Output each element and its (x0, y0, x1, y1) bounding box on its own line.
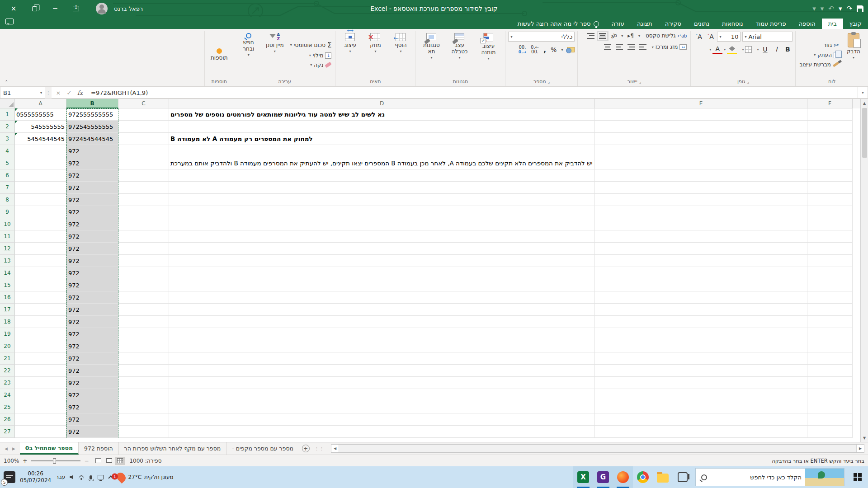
new-sheet-button[interactable]: + (299, 442, 312, 455)
row-header-11[interactable]: 11 (0, 230, 15, 243)
format-as-table-dropdown[interactable]: ▾ (458, 56, 460, 60)
cell-D15[interactable] (169, 279, 595, 291)
column-header-D[interactable]: D (169, 99, 595, 108)
cell-D8[interactable] (169, 194, 595, 206)
cell-B22[interactable]: 972 (66, 365, 118, 377)
cell-D5[interactable]: יש להדביק את המספרים הלא תקינים שלכם בעמ… (169, 157, 595, 169)
cell-A20[interactable] (15, 340, 66, 352)
cell-E17[interactable] (595, 304, 807, 316)
fill-button[interactable]: ↓ מילוי ▾ (289, 52, 333, 60)
cell-B6[interactable]: 972 (66, 169, 118, 182)
row-header-14[interactable]: 14 (0, 267, 15, 279)
cell-D22[interactable] (169, 365, 595, 377)
expand-formula-bar-button[interactable]: ▾ (858, 87, 868, 99)
sheet-nav-right[interactable]: ▶ (12, 446, 15, 451)
cell-B4[interactable]: 972 (66, 145, 118, 157)
cell-A5[interactable] (15, 157, 66, 169)
menu-tab[interactable]: סקירה (659, 19, 688, 29)
delete-cells-dropdown[interactable]: ▾ (374, 49, 376, 53)
vertical-scrollbar[interactable]: ▲ ▼ (860, 99, 868, 442)
cell-A13[interactable] (15, 255, 66, 267)
cell-A15[interactable] (15, 279, 66, 291)
align-middle-button[interactable] (599, 33, 606, 39)
cell-E18[interactable] (595, 316, 807, 328)
cell-E20[interactable] (595, 340, 807, 352)
select-all-corner[interactable] (0, 99, 15, 108)
fill-color-dropdown[interactable]: ▾ (724, 47, 726, 52)
user-avatar[interactable] (96, 3, 108, 14)
row-header-23[interactable]: 23 (0, 377, 15, 389)
cell-F3[interactable] (807, 133, 853, 145)
cell-A26[interactable] (15, 413, 66, 426)
cell-D21[interactable] (169, 352, 595, 365)
cell-F8[interactable] (807, 194, 853, 206)
cell-F1[interactable] (807, 108, 853, 121)
sheet-tab[interactable]: מספר עם מספר מקפים - (226, 442, 299, 455)
sheet-tab[interactable]: מספר עם מקף לאחר השלוש ספרות הר (119, 442, 227, 455)
row-header-3[interactable]: 3 (0, 133, 15, 145)
restore-button[interactable] (25, 2, 43, 15)
cell-F17[interactable] (807, 304, 853, 316)
cell-styles-button[interactable]: סגנונות תא ▾ (418, 32, 444, 77)
menu-tab[interactable]: בית (822, 19, 843, 29)
cell-D17[interactable] (169, 304, 595, 316)
menu-tab[interactable]: נתונים (688, 19, 716, 29)
collapse-ribbon-button[interactable]: ⌃ (5, 80, 8, 84)
borders-dropdown[interactable]: ▾ (742, 47, 744, 52)
merge-center-dropdown[interactable]: ▾ (652, 45, 654, 49)
font-dialog-launcher[interactable]: ⌟ (747, 80, 749, 84)
cell-D24[interactable] (169, 389, 595, 401)
cell-F21[interactable] (807, 352, 853, 365)
cell-D9[interactable] (169, 206, 595, 218)
cell-E14[interactable] (595, 267, 807, 279)
row-header-7[interactable]: 7 (0, 182, 15, 194)
scroll-up-arrow[interactable]: ▲ (861, 99, 868, 107)
cell-F7[interactable] (807, 182, 853, 194)
language-indicator[interactable]: עבר (56, 474, 65, 480)
cell-D3[interactable]: למחוק את המספרים רק מעמודה A לא מעמודה B (169, 133, 595, 145)
paste-button[interactable]: הדבק ▾ (842, 32, 865, 77)
text-direction-icon[interactable]: ¶▸ (627, 33, 634, 39)
cell-E7[interactable] (595, 182, 807, 194)
format-as-table-button[interactable]: עצב כטבלה ▾ (446, 32, 472, 77)
cell-F27[interactable] (807, 426, 853, 438)
comma-style-button[interactable]: , (543, 46, 546, 54)
cell-E4[interactable] (595, 145, 807, 157)
cell-E27[interactable] (595, 426, 807, 438)
conditional-formatting-button[interactable]: עיצוב מותנה ▾ (474, 32, 502, 77)
cell-F2[interactable] (807, 121, 853, 133)
font-size-select[interactable]: ▾ 10 (717, 32, 741, 42)
cell-B7[interactable]: 972 (66, 182, 118, 194)
cell-C6[interactable] (118, 169, 169, 182)
cell-E25[interactable] (595, 401, 807, 413)
cell-C26[interactable] (118, 413, 169, 426)
cell-A6[interactable] (15, 169, 66, 182)
cell-F12[interactable] (807, 243, 853, 255)
cell-B16[interactable]: 972 (66, 291, 118, 304)
column-header-B[interactable]: B (66, 99, 118, 108)
cell-C15[interactable] (118, 279, 169, 291)
cell-A14[interactable] (15, 267, 66, 279)
notification-app-icon[interactable]: 5 (4, 471, 15, 483)
undo-button[interactable]: ↶ (828, 5, 834, 13)
cell-C14[interactable] (118, 267, 169, 279)
font-family-select[interactable]: ▾ Arial (742, 32, 793, 42)
cell-A8[interactable] (15, 194, 66, 206)
cut-button[interactable]: ✂ גזור (798, 41, 840, 50)
row-header-24[interactable]: 24 (0, 389, 15, 401)
feedback-bubble-icon[interactable] (5, 19, 14, 24)
cell-E13[interactable] (595, 255, 807, 267)
cell-D4[interactable] (169, 145, 595, 157)
underline-button[interactable]: U (760, 44, 770, 54)
cell-F5[interactable] (807, 157, 853, 169)
cell-A22[interactable] (15, 365, 66, 377)
cell-C22[interactable] (118, 365, 169, 377)
cell-D10[interactable] (169, 218, 595, 230)
column-header-C[interactable]: C (118, 99, 169, 108)
count-indicator[interactable]: ספירה: 1000 (129, 458, 161, 464)
cell-D7[interactable] (169, 182, 595, 194)
cell-B19[interactable]: 972 (66, 328, 118, 340)
save-button[interactable] (857, 5, 863, 12)
taskbar-file-explorer[interactable] (653, 466, 673, 488)
wrap-text-button[interactable]: ab↵ גלישת טקסט (645, 32, 688, 40)
